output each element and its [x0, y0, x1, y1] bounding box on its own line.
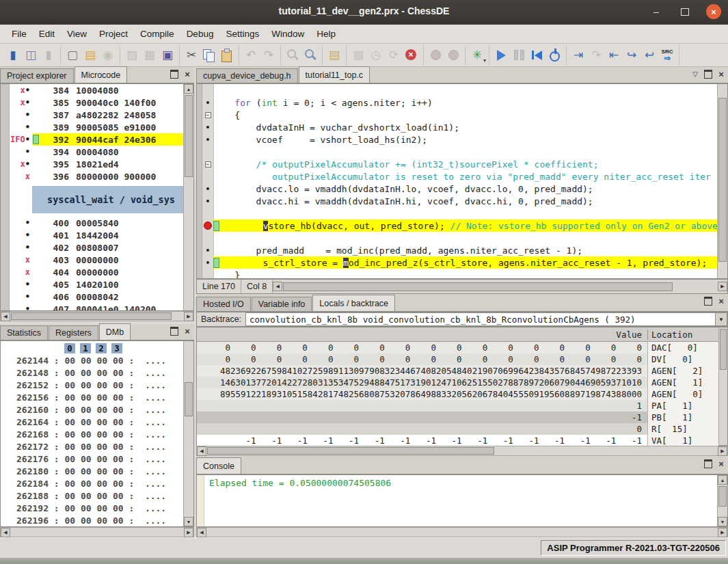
- memory-row[interactable]: 262152 : 00 00 00 00 : ....: [1, 379, 183, 391]
- memory-row[interactable]: 262160 : 00 00 00 00 : ....: [1, 403, 183, 416]
- docs-book-icon[interactable]: ▮: [4, 46, 22, 64]
- value-row[interactable]: 0 0 0 0 0 0 0 0 0 0 0 0 0 0 0 0 0DAC[ 0]: [197, 342, 718, 353]
- code-line[interactable]: [197, 84, 717, 96]
- stop-build-icon[interactable]: [403, 46, 420, 64]
- scroll-thumb[interactable]: [185, 95, 193, 177]
- fold-minus-icon[interactable]: −: [205, 161, 211, 167]
- fold-minus-icon[interactable]: −: [205, 112, 211, 118]
- memory-row[interactable]: 262188 : 00 00 00 00 : ....: [1, 489, 183, 502]
- code-area[interactable]: for (int i = 0; i < agens.niter; i++)− {…: [197, 84, 717, 278]
- code-gutter-cell[interactable]: [202, 207, 213, 219]
- close-panel-icon[interactable]: ×: [183, 327, 192, 336]
- maximize-panel-icon[interactable]: [170, 70, 179, 79]
- microcode-row[interactable]: •40118442004: [1, 229, 183, 241]
- code-line[interactable]: [197, 146, 717, 158]
- menu-file[interactable]: File: [5, 26, 33, 42]
- paste-icon[interactable]: [218, 46, 236, 64]
- microcode-row[interactable]: •40514020100: [1, 278, 183, 291]
- memory-row[interactable]: 262192 : 00 00 00 00 : ....: [1, 502, 183, 514]
- memory-row[interactable]: 262164 : 00 00 00 00 : ....: [1, 416, 183, 428]
- code-gutter-cell[interactable]: [202, 121, 213, 133]
- microcode-row[interactable]: •39400004080: [1, 146, 183, 158]
- open-book-icon[interactable]: ◫: [22, 46, 40, 64]
- scroll-left-icon[interactable]: ◀: [273, 282, 282, 291]
- scroll-thumb[interactable]: [185, 382, 193, 416]
- code-editor[interactable]: for (int i = 0; i < agens.niter; i++)− {…: [196, 83, 728, 279]
- microcode-row[interactable]: IFO•39290044caf 24e306: [1, 133, 183, 146]
- copy-icon[interactable]: [200, 46, 218, 64]
- code-gutter-cell[interactable]: [202, 84, 213, 96]
- restart-icon[interactable]: [528, 46, 545, 64]
- scroll-thumb[interactable]: [718, 486, 727, 507]
- code-line[interactable]: [197, 232, 717, 244]
- scroll-thumb[interactable]: [207, 447, 494, 455]
- restore-button[interactable]: [677, 4, 692, 19]
- memory-row[interactable]: 262180 : 00 00 00 00 : ....: [1, 465, 183, 477]
- editor-tab-tutorial11-top-c[interactable]: tutorial11_top.c: [299, 66, 370, 83]
- breakpoint-icon[interactable]: [204, 221, 212, 230]
- microcode-row[interactable]: x•385900040c0 140f00: [1, 96, 183, 109]
- close-panel-icon[interactable]: ×: [716, 297, 726, 306]
- power-icon[interactable]: [545, 46, 563, 64]
- code-line[interactable]: dvacc.hi = vmaddh(dvdataInH.hi, vcoef, d…: [197, 195, 717, 207]
- memory-hscrollbar[interactable]: ◀ ▶: [0, 527, 194, 537]
- tab-variable-info[interactable]: Variable info: [252, 297, 312, 311]
- code-line[interactable]: s_ctrl_store = mod_inc_pred_z(s_ctrl_sto…: [197, 256, 717, 269]
- code-line[interactable]: for (int i = 0; i < agens.niter; i++): [197, 96, 717, 109]
- tab-project-explorer[interactable]: Project explorer: [0, 68, 74, 83]
- scroll-left-icon[interactable]: ◀: [197, 528, 206, 537]
- menu-compile[interactable]: Compile: [134, 26, 180, 42]
- new-file-icon[interactable]: ▢: [64, 46, 81, 64]
- minimize-button[interactable]: –: [649, 4, 664, 19]
- scroll-down-icon[interactable]: ▼: [718, 517, 727, 526]
- memory-row[interactable]: 262184 : 00 00 00 00 : ....: [1, 477, 183, 489]
- maximize-panel-icon[interactable]: [703, 459, 713, 468]
- code-gutter-cell[interactable]: [202, 170, 213, 183]
- maximize-panel-icon[interactable]: [170, 327, 179, 336]
- value-row[interactable]: 8955912218931051584281748256808753207864…: [197, 388, 718, 400]
- scroll-right-icon[interactable]: ▶: [184, 528, 193, 537]
- scroll-left-icon[interactable]: ◀: [1, 528, 10, 537]
- memory-row[interactable]: 262156 : 00 00 00 00 : ....: [1, 391, 183, 403]
- code-line[interactable]: outputPixelAccumulator is reset to zero …: [197, 170, 717, 183]
- tab-hosted-i-o[interactable]: Hosted I/O: [196, 297, 251, 311]
- code-gutter-cell[interactable]: −: [202, 109, 213, 121]
- memory-row[interactable]: 262148 : 00 00 00 00 : ....: [1, 366, 183, 379]
- microcode-row[interactable]: x•39518021ed4: [1, 158, 183, 170]
- console-vscrollbar[interactable]: ▲ ▼: [717, 475, 727, 526]
- microcode-hscrollbar[interactable]: ◀ ▶: [0, 311, 194, 321]
- backtrace-combo[interactable]: convolution_cb_knl_8b void_convolution_c…: [245, 312, 716, 326]
- code-line[interactable]: vstore_hb(dvacc, out, pred_store); // No…: [197, 219, 717, 232]
- code-line[interactable]: dvacc.lo = vmaddh(dvdataInH.lo, vcoef, d…: [197, 183, 717, 195]
- code-gutter-cell[interactable]: [202, 195, 213, 207]
- notes-icon[interactable]: ▤: [325, 46, 343, 64]
- scroll-up-icon[interactable]: ▲: [184, 84, 193, 94]
- search-in-files-icon[interactable]: [301, 46, 319, 64]
- value-row[interactable]: 4823692267598410272598911309790832344674…: [197, 365, 718, 377]
- code-gutter-cell[interactable]: [202, 183, 213, 195]
- editor-tab-cupva-device-debug-h[interactable]: cupva_device_debug.h: [196, 68, 298, 83]
- run-icon[interactable]: [492, 46, 510, 64]
- microcode-row[interactable]: x•38410004080: [1, 84, 183, 96]
- microcode-row[interactable]: x40300000000: [1, 254, 183, 266]
- code-line[interactable]: − /* outputPixelAccumulator += (int32_t)…: [197, 158, 717, 170]
- microcode-row[interactable]: •40200808007: [1, 241, 183, 254]
- code-line[interactable]: [197, 207, 717, 219]
- menu-view[interactable]: View: [61, 26, 93, 42]
- code-line[interactable]: dvdataInH = vuchar_dvshortx_load(in1);: [197, 121, 717, 133]
- scroll-thumb[interactable]: [11, 312, 172, 320]
- value-row[interactable]: -1 -1 -1 -1 -1 -1 -1 -1 -1 -1 -1 -1 -1 -…: [197, 435, 718, 446]
- step-out-icon[interactable]: ⇤: [605, 46, 623, 64]
- value-row[interactable]: -1PB[ 1]: [197, 412, 718, 423]
- scroll-right-icon[interactable]: ▶: [718, 528, 727, 537]
- menu-debug[interactable]: Debug: [180, 26, 220, 42]
- console-hscrollbar[interactable]: ◀ ▶: [196, 527, 728, 537]
- code-gutter-cell[interactable]: [202, 219, 213, 232]
- editor-vscrollbar[interactable]: [717, 84, 727, 278]
- editor-hscrollbar[interactable]: ◀ ▶: [273, 280, 727, 293]
- close-panel-icon[interactable]: ×: [716, 70, 726, 79]
- code-gutter-cell[interactable]: [202, 96, 213, 109]
- cut-icon[interactable]: ✂: [183, 46, 200, 64]
- step-into-icon[interactable]: ⇥: [569, 46, 587, 64]
- microcode-row[interactable]: •40000005840: [1, 217, 183, 229]
